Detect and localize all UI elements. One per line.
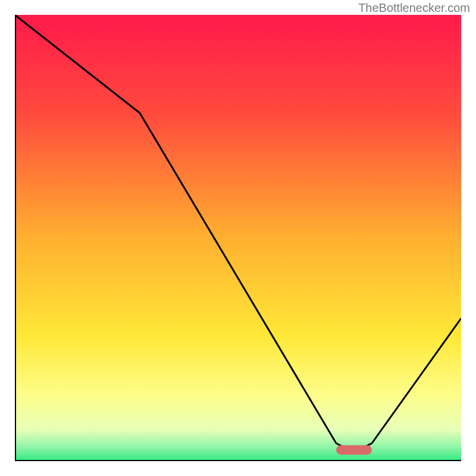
- plot-area: [15, 15, 461, 461]
- chart-container: TheBottlenecker.com: [0, 0, 476, 476]
- watermark-text: TheBottlenecker.com: [358, 1, 470, 15]
- chart-svg: [15, 15, 461, 461]
- optimal-marker: [336, 445, 372, 455]
- gradient-background: [15, 15, 461, 461]
